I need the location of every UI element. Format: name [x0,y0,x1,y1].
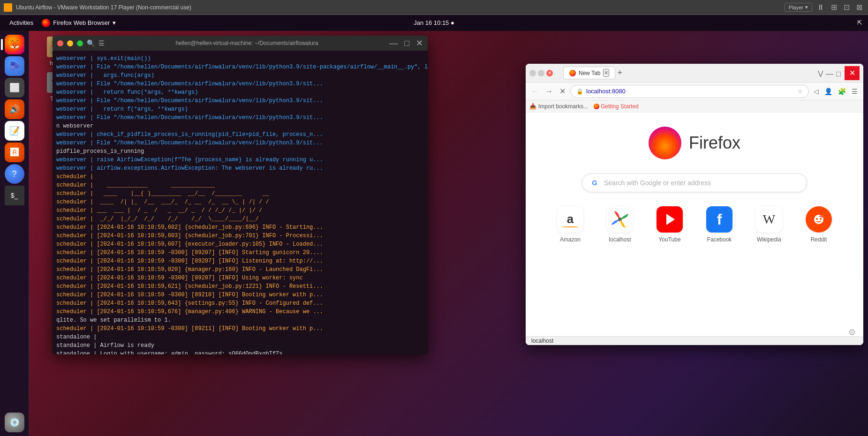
getting-started[interactable]: Getting Started [594,103,639,110]
terminal-line: scheduler | ____________ _____________ [56,181,424,189]
import-icon: 📥 [529,103,536,110]
shortcut-wikipedia[interactable]: W Wikipedia [748,206,790,243]
firefox-flame [649,127,681,159]
ff-win-close[interactable]: ✕ [845,66,860,80]
url-bar[interactable]: 🔒 localhost:8080 ☆ [570,85,809,98]
unity-button[interactable]: ⊡ [842,2,852,13]
terminal-line: scheduler | [2024-01-16 10:10:59 -0300] … [56,257,424,265]
dock-terminal[interactable]: $_ [5,186,24,205]
dock-appstore[interactable]: 🅰 [5,143,24,162]
minimize-icon[interactable]: — [389,38,398,48]
back-button[interactable]: ← [529,85,541,98]
status-bar: localhost [526,336,863,345]
menu-icon[interactable]: ☰ [98,39,105,47]
help-icon: ? [12,169,16,179]
shortcut-amazon[interactable]: a Amazon [549,206,591,243]
terminal-line: webserver | File "/home/hellen/Documents… [56,80,424,88]
shortcut-reddit[interactable]: Reddit [798,206,840,243]
forward-button[interactable]: → [543,85,555,98]
settings-button[interactable]: ⊠ [854,2,864,13]
player-button[interactable]: Player ▾ [785,3,812,12]
pocket-button[interactable]: ◁ [812,86,821,97]
dock-firefox[interactable]: 🦊 [5,35,24,54]
terminal-line: webserver | airflow.exceptions.AirflowEx… [56,164,424,173]
vmware-toolbar: Player ▾ ⏸ ⊞ ⊡ ⊠ [785,2,864,13]
gnome-topbar: Activities Firefox Web Browser ▾ Jan 16 … [0,15,868,31]
shortcut-localhost[interactable]: localhost [599,206,641,243]
shortcut-facebook[interactable]: f Facebook [698,206,740,243]
terminal-line: scheduler | [2024-01-16 10:10:59,676] {m… [56,308,424,316]
terminal-line: scheduler | [2024-01-16 10:10:59 -0300] … [56,248,424,257]
play-icon [666,214,675,225]
dock-files[interactable]: ⬜ [5,78,24,98]
terminal-line: webserver | return func(*args, **kwargs) [56,88,424,97]
terminal-line: webserver | return f(*args, **kwargs) [56,105,424,113]
tab-close-btn[interactable]: ✕ [603,69,609,77]
firefox-app-icon [42,19,50,27]
terminal-line: pidfile_process_is_running [56,147,424,156]
fullscreen-button[interactable]: ⊞ [829,2,839,13]
account-button[interactable]: 👤 [823,86,834,97]
terminal-max-btn[interactable] [77,40,83,46]
firefox-search-bar[interactable]: G Search with Google or enter address [582,173,807,192]
import-bookmarks[interactable]: 📥 Import bookmarks... [529,103,588,110]
blueberry-icon: 🫐 [9,61,20,71]
firefox-maximize-btn[interactable] [538,70,544,76]
wikipedia-icon: W [756,206,782,233]
vmware-logo [4,3,12,12]
url-text: localhost:8080 [586,88,795,95]
new-tab-button[interactable]: + [617,68,622,78]
close-icon[interactable]: ✕ [416,38,423,48]
terminal-line: standalone | [56,333,424,341]
firefox-tab-newtab[interactable]: New Tab ✕ [563,67,615,79]
tab-overflow-btn[interactable]: ⋁ [818,69,823,77]
firefox-name: Firefox [689,133,740,153]
tab-title: New Tab [579,70,600,76]
reddit-icon [806,206,832,233]
pause-button[interactable]: ⏸ [815,2,826,13]
terminal-line: n webserver [56,122,424,130]
terminal-line: scheduler | [2024-01-16 10:10:59,643] {s… [56,299,424,308]
search-icon[interactable]: 🔍 [87,39,95,47]
maximize-icon[interactable]: □ [404,38,409,48]
firefox-close-btn[interactable]: ✕ [546,70,553,76]
terminal-line: standalone | Airflow is ready [56,341,424,350]
terminal-line: webserver | args.func(args) [56,71,424,80]
shortcut-localhost-label: localhost [609,236,631,243]
terminal-line: scheduler | [56,173,424,181]
firefox-logo [649,127,681,159]
dock-help[interactable]: ? [5,164,24,184]
terminal-title: hellen@hellen-virtual-machine: ~/Documen… [108,40,385,46]
reload-button[interactable]: ✕ [558,85,567,98]
search-placeholder: Search with Google or enter address [604,179,711,187]
dock-dvd[interactable]: 💿 [5,413,24,432]
terminal-line: webserver | File "/home/hellen/Documents… [56,97,424,105]
sound-icon: 🔊 [9,104,20,114]
vmware-titlebar: Ubuntu Airflow - VMware Workstation 17 P… [0,0,868,15]
terminal-content[interactable]: webserver | sys.exit(main()) webserver |… [53,51,428,354]
desktop-area: 🏠 hellen 🗑 Trash 🔍 [29,31,868,436]
ubuntu-dock: 🦊 🫐 ⬜ 🔊 📝 🅰 ? $_ 💿 [0,31,29,436]
ff-win-max[interactable]: □ [835,70,842,76]
dock-sound[interactable]: 🔊 [5,99,24,119]
ff-win-min[interactable]: — [826,70,832,76]
terminal-line: qlite. So we set parallelism to 1. [56,316,424,324]
toolbar-icons: ◁ 👤 🧩 ☰ [812,86,860,97]
terminal-min-btn[interactable] [67,40,73,46]
terminal-close-btn[interactable] [57,40,63,46]
amazon-icon: a [557,206,583,233]
dock-blueberry[interactable]: 🫐 [5,56,24,76]
terminal-line: webserver | check_if_pidfile_process_is_… [56,130,424,139]
shortcut-reddit-label: Reddit [811,236,827,243]
player-label: Player [789,5,803,10]
dock-notes[interactable]: 📝 [5,121,24,141]
extensions-button[interactable]: 🧩 [836,86,848,97]
app-indicator[interactable]: Firefox Web Browser ▾ [42,19,116,27]
bookmark-star-icon[interactable]: ☆ [798,88,803,95]
app-name-label: Firefox Web Browser [53,19,110,26]
firefox-minimize-btn[interactable] [529,70,536,76]
activities-button[interactable]: Activities [6,19,37,26]
menu-button[interactable]: ☰ [850,86,860,97]
shortcut-youtube[interactable]: YouTube [649,206,691,243]
terminal-line: webserver | File "/home/hellen/Documents… [56,63,424,71]
